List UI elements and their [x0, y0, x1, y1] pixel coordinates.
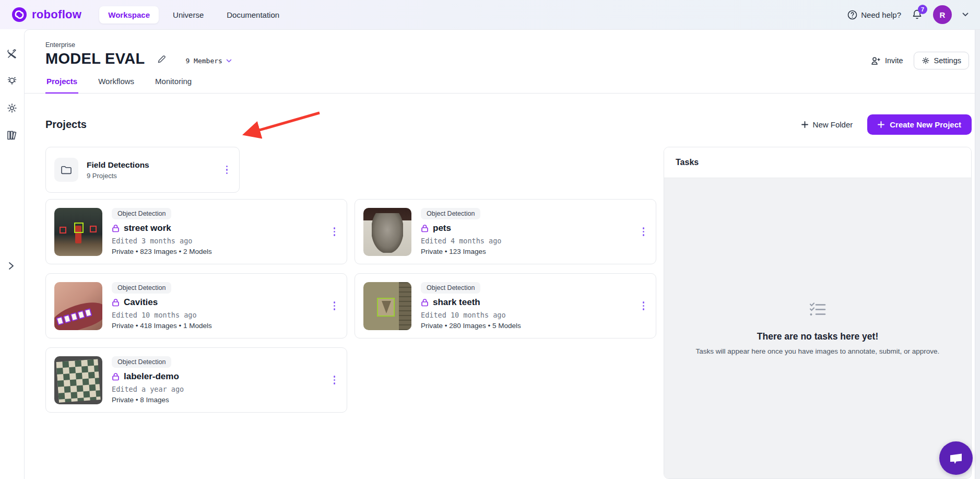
project-card-cavities[interactable]: Object Detection Cavities Edited 10 mont…	[45, 273, 347, 338]
top-navbar: roboflow Workspace Universe Documentatio…	[0, 0, 980, 29]
invite-label: Invite	[885, 56, 903, 65]
plus-icon	[801, 121, 808, 128]
project-edited: Edited 4 months ago	[421, 237, 630, 245]
create-new-project-button[interactable]: Create New Project	[867, 114, 972, 135]
project-card-street-work[interactable]: Object Detection street work Edited 3 mo…	[45, 199, 347, 264]
project-thumbnail	[363, 208, 411, 256]
project-meta: Private • 280 Images • 5 Models	[421, 322, 630, 330]
notifications-button[interactable]: 7	[912, 9, 923, 20]
workspace-tabs: Projects Workflows Monitoring	[25, 77, 980, 94]
nav-item-universe[interactable]: Universe	[164, 6, 212, 24]
need-help-label: Need help?	[861, 10, 901, 19]
gear-icon	[922, 56, 930, 65]
person-plus-icon	[871, 56, 881, 65]
chat-bubble-icon	[948, 451, 964, 465]
folder-name: Field Detections	[87, 160, 149, 170]
create-new-project-label: Create New Project	[890, 120, 961, 129]
project-meta: Private • 823 Images • 2 Models	[112, 248, 321, 255]
new-folder-label: New Folder	[813, 120, 853, 129]
primary-nav: Workspace Universe Documentation	[99, 6, 288, 24]
tab-monitoring[interactable]: Monitoring	[154, 77, 193, 93]
folder-icon	[54, 158, 78, 182]
project-name: street work	[124, 223, 171, 233]
project-meta: Private • 8 Images	[112, 396, 321, 404]
project-name: pets	[433, 223, 451, 233]
lock-icon	[421, 298, 429, 307]
lock-icon	[112, 224, 120, 232]
question-circle-icon	[847, 10, 857, 20]
project-thumbnail	[363, 282, 411, 330]
project-card-shark-teeth[interactable]: Object Detection shark teeth Edited 10 m…	[355, 273, 656, 338]
settings-label: Settings	[934, 56, 961, 65]
settings-button[interactable]: Settings	[914, 52, 969, 69]
account-chevron-down-icon[interactable]	[962, 13, 969, 17]
left-rail	[0, 29, 24, 479]
project-kebab-menu-icon[interactable]	[640, 224, 648, 239]
workspace-header: Enterprise MODEL EVAL 9 Members	[25, 30, 980, 69]
scrollbar-track[interactable]	[975, 30, 980, 479]
annotate-tools-icon[interactable]	[6, 48, 18, 60]
project-kebab-menu-icon[interactable]	[330, 224, 339, 239]
members-dropdown[interactable]: 9 Members	[185, 57, 231, 65]
project-thumbnail	[54, 356, 102, 404]
tasks-panel-title: Tasks	[664, 147, 971, 178]
project-kebab-menu-icon[interactable]	[330, 298, 339, 313]
tasks-empty-subtitle: Tasks will appear here once you have ima…	[696, 347, 940, 355]
lock-icon	[112, 372, 120, 381]
edit-title-pencil-icon[interactable]	[157, 54, 167, 64]
project-name: labeler-demo	[124, 371, 179, 382]
project-name: shark teeth	[433, 297, 480, 308]
project-edited: Edited 10 months ago	[112, 311, 321, 319]
project-type-badge: Object Detection	[112, 208, 171, 219]
notification-count-badge: 7	[918, 5, 927, 14]
need-help-button[interactable]: Need help?	[847, 10, 901, 20]
workspace-title: MODEL EVAL	[45, 50, 145, 67]
plus-icon	[878, 121, 884, 128]
ideas-lightbulb-icon[interactable]	[6, 75, 18, 87]
project-edited: Edited a year ago	[112, 385, 321, 393]
project-edited: Edited 3 months ago	[112, 237, 321, 245]
projects-section-title: Projects	[45, 119, 87, 131]
roboflow-logo-icon	[11, 7, 27, 22]
folder-project-count: 9 Projects	[87, 172, 149, 180]
avatar[interactable]: R	[933, 5, 952, 24]
project-kebab-menu-icon[interactable]	[640, 298, 648, 313]
nav-item-documentation[interactable]: Documentation	[218, 6, 288, 24]
project-type-badge: Object Detection	[421, 208, 480, 219]
project-edited: Edited 10 months ago	[421, 311, 630, 319]
project-meta: Private • 123 Images	[421, 248, 630, 255]
project-type-badge: Object Detection	[421, 282, 480, 294]
folder-kebab-menu-icon[interactable]	[223, 162, 231, 178]
project-thumbnail	[54, 282, 102, 330]
new-folder-button[interactable]: New Folder	[801, 120, 853, 129]
tasks-panel: Tasks There are no tasks here yet! Tasks…	[664, 147, 972, 479]
tab-workflows[interactable]: Workflows	[97, 77, 135, 93]
project-card-pets[interactable]: Object Detection pets Edited 4 months ag…	[355, 199, 656, 264]
nav-item-workspace[interactable]: Workspace	[99, 6, 159, 24]
tasks-empty-title: There are no tasks here yet!	[757, 331, 878, 342]
project-card-labeler-demo[interactable]: Object Detection labeler-demo Edited a y…	[45, 347, 347, 413]
project-meta: Private • 418 Images • 1 Models	[112, 322, 321, 330]
members-count-label: 9 Members	[185, 57, 222, 65]
plan-label: Enterprise	[45, 41, 232, 49]
main-surface: Enterprise MODEL EVAL 9 Members	[24, 29, 980, 479]
lock-icon	[421, 224, 429, 232]
checklist-icon	[808, 302, 827, 318]
library-books-icon[interactable]	[6, 130, 18, 141]
settings-gear-icon[interactable]	[6, 102, 18, 114]
lock-icon	[112, 298, 120, 307]
folder-card-field-detections[interactable]: Field Detections 9 Projects	[45, 147, 240, 193]
roboflow-logo[interactable]: roboflow	[11, 7, 81, 22]
chat-launcher-button[interactable]	[939, 441, 973, 475]
project-type-badge: Object Detection	[112, 282, 171, 294]
tab-projects[interactable]: Projects	[45, 77, 78, 94]
invite-button[interactable]: Invite	[871, 56, 903, 65]
project-type-badge: Object Detection	[112, 356, 171, 368]
project-name: Cavities	[124, 297, 158, 308]
roboflow-wordmark: roboflow	[32, 8, 81, 21]
rail-expand-chevron-right-icon[interactable]	[7, 261, 15, 271]
project-kebab-menu-icon[interactable]	[330, 372, 339, 388]
projects-grid: Object Detection street work Edited 3 mo…	[45, 199, 656, 413]
members-chevron-down-icon	[226, 59, 232, 63]
project-thumbnail	[54, 208, 102, 256]
